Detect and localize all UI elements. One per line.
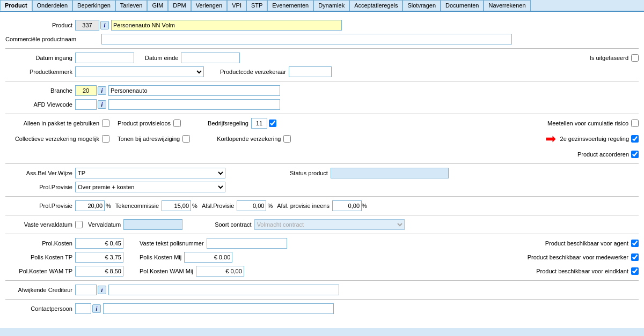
afd-row: AFD Viewcode i bbox=[5, 99, 639, 110]
prol-kosten-label: Prol.Kosten bbox=[5, 240, 75, 247]
collectieve-checkbox[interactable] bbox=[102, 135, 109, 143]
tonen-checkbox[interactable] bbox=[182, 135, 190, 143]
prol-provisie-percent: % bbox=[106, 203, 111, 209]
ass-bel-select[interactable]: TP bbox=[75, 168, 225, 178]
tekencommissie-percent: % bbox=[192, 203, 197, 209]
afsl-provisie-ineens-percent: % bbox=[362, 203, 367, 209]
afsl-provisie-ineens-field[interactable] bbox=[332, 200, 362, 211]
checkbox-row1: Alleen in pakket te gebruiken Product pr… bbox=[5, 117, 639, 129]
commerciele-field[interactable] bbox=[101, 34, 512, 44]
pol-kosten-wam-row: Pol.Kosten WAM TP Pol.Kosten WAM Mij Pro… bbox=[5, 265, 639, 277]
tab-product[interactable]: Product bbox=[0, 0, 32, 11]
afsl-provisie-field[interactable] bbox=[237, 200, 266, 211]
afd-id-field[interactable] bbox=[75, 99, 97, 110]
product-medewerker-checkbox[interactable] bbox=[631, 253, 639, 261]
afwijkende-crediteur-id-field[interactable] bbox=[75, 285, 97, 295]
arrow-icon: ➡ bbox=[545, 131, 556, 146]
contactpersoon-id-field[interactable] bbox=[75, 303, 91, 314]
tab-beperkingen[interactable]: Beperkingen bbox=[72, 0, 115, 11]
tekencommissie-label: Tekencommissie bbox=[115, 203, 159, 209]
alleen-pakket-label: Alleen in pakket te gebruiken bbox=[5, 120, 102, 126]
contactpersoon-row: Contactpersoon i bbox=[5, 303, 639, 315]
datum-einde-field[interactable] bbox=[181, 53, 240, 63]
product-eindklant-checkbox[interactable] bbox=[631, 267, 639, 275]
polis-kosten-tp-field[interactable] bbox=[75, 252, 123, 263]
tab-onderdelen[interactable]: Onderdelen bbox=[32, 0, 73, 11]
product-medewerker-label: Product beschikbaar voor medewerker bbox=[528, 254, 628, 260]
vaste-tekst-label: Vaste tekst polisnummer bbox=[140, 240, 204, 247]
contactpersoon-name-field[interactable] bbox=[103, 303, 334, 314]
polis-kosten-mij-label: Polis Kosten Mij bbox=[140, 254, 181, 260]
product-info-btn[interactable]: i bbox=[100, 21, 109, 29]
product-id-field[interactable] bbox=[75, 20, 99, 31]
contactpersoon-info-btn[interactable]: i bbox=[92, 304, 101, 313]
tab-dpm[interactable]: DPM bbox=[168, 0, 191, 11]
product-accorderen-checkbox[interactable] bbox=[631, 151, 639, 158]
is-uitgefaseerd-checkbox[interactable] bbox=[631, 54, 639, 62]
gezinsvoertuig-checkbox[interactable] bbox=[631, 135, 639, 143]
tab-bar: Product Onderdelen Beperkingen Tarieven … bbox=[0, 0, 644, 12]
collectieve-label: Collectieve verzekering mogelijk bbox=[5, 136, 102, 142]
polis-kosten-mij-field[interactable] bbox=[184, 252, 232, 263]
product-label: Product bbox=[5, 22, 75, 28]
commerciele-label: Commerciële productnaam bbox=[5, 36, 75, 42]
branche-label: Branche bbox=[5, 87, 75, 94]
tab-slotvragen[interactable]: Slotvragen bbox=[402, 0, 441, 11]
prol-kosten-field[interactable] bbox=[75, 238, 123, 249]
tab-evenementen[interactable]: Evenementen bbox=[267, 0, 313, 11]
product-provisieloos-checkbox[interactable] bbox=[173, 120, 181, 127]
tab-stp[interactable]: STP bbox=[246, 0, 267, 11]
ass-bel-row: Ass.Bel.Ver.Wijze TP Status product bbox=[5, 167, 639, 179]
product-name-field[interactable] bbox=[111, 20, 342, 31]
meetellen-checkbox[interactable] bbox=[631, 120, 639, 127]
afd-name-field[interactable] bbox=[108, 99, 280, 110]
tab-naverrekenen[interactable]: Naverrekenen bbox=[484, 0, 530, 11]
tab-documenten[interactable]: Documenten bbox=[441, 0, 484, 11]
bedrijfsregeling-label: Bedrijfsregeling bbox=[208, 120, 248, 126]
tab-vpi[interactable]: VPI bbox=[227, 0, 246, 11]
gezinsvoertuig-label: 2e gezinsvoertuig regeling bbox=[560, 136, 629, 142]
pol-kosten-wam-mij-field[interactable] bbox=[196, 266, 244, 277]
tab-tarieven[interactable]: Tarieven bbox=[115, 0, 148, 11]
productcode-field[interactable] bbox=[289, 66, 332, 77]
branche-info-btn[interactable]: i bbox=[98, 86, 106, 95]
prol-provisie-select[interactable]: Over premie + kosten bbox=[75, 182, 225, 192]
prol-kosten-row: Prol.Kosten Vaste tekst polisnummer Prod… bbox=[5, 237, 639, 249]
main-content: Product i Commerciële productnaam Datum … bbox=[0, 12, 644, 328]
vervaldatum-label: Vervaldatum bbox=[88, 221, 121, 228]
prol-provisie-pct-field[interactable] bbox=[75, 200, 105, 211]
tab-verlengen[interactable]: Verlengen bbox=[191, 0, 228, 11]
status-product-label: Status product bbox=[290, 170, 328, 176]
tab-dynamiek[interactable]: Dynamiek bbox=[313, 0, 349, 11]
alleen-pakket-checkbox[interactable] bbox=[102, 120, 109, 127]
tekencommissie-field[interactable] bbox=[162, 200, 191, 211]
tab-acceptatieregels[interactable]: Acceptatieregels bbox=[349, 0, 402, 11]
provisie-pct-row: Prol.Provisie % Tekencommissie % Afsl.Pr… bbox=[5, 200, 639, 212]
afsl-provisie-percent: % bbox=[267, 203, 273, 209]
kortlopende-checkbox[interactable] bbox=[283, 135, 291, 143]
product-agent-checkbox[interactable] bbox=[631, 240, 639, 247]
datum-row: Datum ingang Datum einde Is uitgefaseerd bbox=[5, 52, 639, 64]
vervaldatum-field[interactable] bbox=[123, 219, 182, 230]
afwijkende-crediteur-label: Afwijkende Crediteur bbox=[5, 287, 75, 293]
bedrijfsregeling-checkbox[interactable] bbox=[269, 120, 276, 127]
branche-name-field[interactable] bbox=[108, 85, 280, 96]
afwijkende-crediteur-name-field[interactable] bbox=[108, 285, 339, 295]
productcode-label: Productcode verzekeraar bbox=[220, 69, 286, 75]
pol-kosten-wam-tp-field[interactable] bbox=[75, 266, 123, 277]
product-agent-label: Product beschikbaar voor agent bbox=[545, 240, 628, 247]
tab-gim[interactable]: GIM bbox=[147, 0, 168, 11]
soort-contract-select[interactable]: Volmacht contract bbox=[254, 219, 405, 230]
datum-ingang-field[interactable] bbox=[75, 53, 134, 63]
status-product-field[interactable] bbox=[331, 168, 449, 178]
branche-id-field[interactable] bbox=[75, 85, 97, 96]
bedrijfsregeling-field[interactable] bbox=[251, 118, 267, 129]
afwijkende-crediteur-info-btn[interactable]: i bbox=[98, 286, 106, 294]
vaste-tekst-field[interactable] bbox=[207, 238, 287, 249]
afd-info-btn[interactable]: i bbox=[98, 100, 106, 109]
afsl-provisie-ineens-label: Afsl. provisie ineens bbox=[277, 203, 330, 209]
vaste-vervaldatum-checkbox[interactable] bbox=[75, 221, 83, 228]
productkenmerk-select[interactable] bbox=[75, 66, 204, 77]
tonen-label: Tonen bij adreswijziging bbox=[118, 136, 180, 142]
prol-provisie-label: Prol.Provisie bbox=[5, 184, 75, 190]
